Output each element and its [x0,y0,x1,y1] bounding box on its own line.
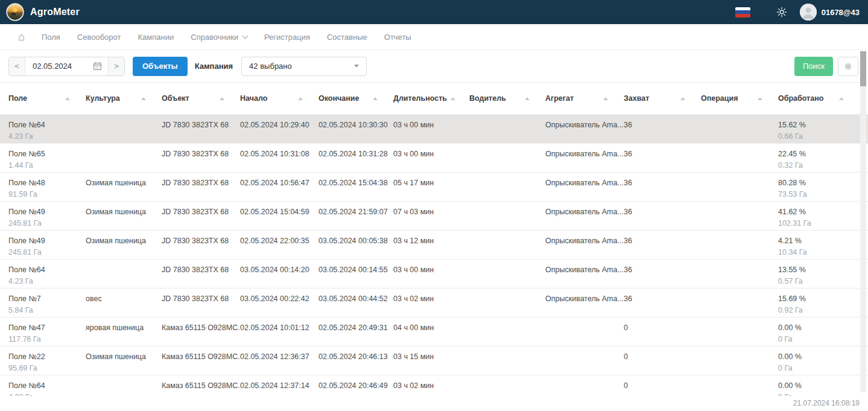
cell-field: Поле №49 245.81 Га [8,235,86,258]
cell-processed: 15.69 % 0.92 Га [778,293,860,316]
vertical-scrollbar[interactable] [860,51,866,392]
calendar-icon[interactable] [93,62,102,71]
table-row[interactable]: Поле №64 4.23 Га JD 7830 3823TX 68 03.05… [0,260,868,288]
cell-operation [701,380,778,396]
app-logo-icon [6,3,24,21]
sort-asc-icon[interactable] [451,97,455,100]
cell-duration: 03 ч 00 мин [393,148,469,171]
cell-driver [469,322,545,345]
sort-asc-icon[interactable] [839,97,844,100]
cell-driver [469,177,545,200]
cell-end: 02.05.2024 15:04:38 [318,177,393,200]
cell-culture [86,148,162,171]
cell-start: 03.05.2024 00:22:42 [240,293,318,316]
column-label: Водитель [469,94,506,103]
cell-culture: Озимая пшеница [86,351,162,374]
cell-duration: 05 ч 17 мин [393,177,469,200]
cell-processed: 15.62 % 0.66 Га [778,119,860,142]
objects-select-dropdown[interactable]: 42 выбрано [241,57,367,76]
app-title: AgroMeter [30,7,80,18]
table-row[interactable]: Поле №49 245.81 Га Озимая пшеница JD 783… [0,202,868,231]
table-row[interactable]: Поле №64 4.23 Га JD 7830 3823TX 68 02.05… [0,115,868,144]
nav-item-reports[interactable]: Отчеты [376,33,420,42]
sort-asc-icon[interactable] [525,97,530,100]
column-header-duration[interactable]: Длительность [393,94,469,103]
cell-operation [701,351,778,374]
cell-start: 02.05.2024 15:04:59 [240,206,318,229]
toolbar: < 02.05.2024 > Объекты Кампания [0,50,868,83]
cell-driver [469,264,545,287]
objects-tab-button[interactable]: Объекты [133,57,188,76]
date-prev-button[interactable]: < [9,57,25,75]
column-header-capture[interactable]: Захват [624,94,701,103]
sort-asc-icon[interactable] [373,97,378,100]
cell-start: 02.05.2024 10:31:08 [240,148,318,171]
sort-asc-icon[interactable] [298,97,303,100]
sort-asc-icon[interactable] [141,97,146,100]
table-settings-button[interactable] [838,57,858,76]
table-row[interactable]: Поле №49 245.81 Га Озимая пшеница JD 783… [0,231,868,260]
cell-end: 02.05.2024 21:59:07 [318,206,393,229]
cell-operation [701,148,778,171]
cell-end: 02.05.2024 10:31:28 [318,148,393,171]
table-row[interactable]: Поле №48 91.59 Га Озимая пшеница JD 7830… [0,173,868,202]
user-id[interactable]: 01678@43 [822,8,860,17]
cell-driver [469,206,545,229]
cell-processed: 22.45 % 0.32 Га [778,148,860,171]
user-avatar[interactable] [800,4,817,21]
date-input[interactable]: 02.05.2024 [25,57,108,75]
table-row[interactable]: Поле №64 4.23 Га Камаз 65115 О928МС... 0… [0,375,868,396]
nav-item-composites[interactable]: Составные [318,33,376,42]
search-button[interactable]: Поиск [794,57,833,76]
table-row[interactable]: Поле №47 117.76 Га яровая пшеница Камаз … [0,317,868,346]
column-header-driver[interactable]: Водитель [469,94,545,103]
nav-item-registration[interactable]: Регистрация [256,33,318,42]
cell-aggregate [545,322,624,345]
logo-wrap: AgroMeter [6,3,80,21]
chevron-down-icon [242,33,248,39]
column-header-operation[interactable]: Операция [701,94,778,103]
cell-operation [701,264,778,287]
cell-processed: 13.55 % 0.57 Га [778,264,860,287]
column-header-aggregate[interactable]: Агрегат [545,94,624,103]
table-row[interactable]: Поле №65 1.44 Га JD 7830 3823TX 68 02.05… [0,144,868,173]
nav-item-crop-rotation[interactable]: Севооборот [69,33,130,42]
column-header-start[interactable]: Начало [240,94,318,103]
language-flag-icon[interactable] [735,7,750,18]
sort-asc-icon[interactable] [65,97,70,100]
cell-processed: 4.21 % 10.34 Га [778,235,860,258]
cell-culture: Озимая пшеница [86,235,162,258]
cell-processed: 41.62 % 102.31 Га [778,206,860,229]
sort-asc-icon[interactable] [680,97,685,100]
chevron-down-icon [354,65,359,68]
nav-item-directories[interactable]: Справочники [182,33,256,42]
header-right: 01678@43 [735,4,860,21]
sort-asc-icon[interactable] [220,97,224,100]
campaign-tab[interactable]: Кампания [195,62,233,71]
cell-capture: 36 [624,206,701,229]
footer: 21.07.2024 16:08:19 [0,396,868,411]
column-header-culture[interactable]: Культура [86,94,162,103]
cell-object: Камаз 65115 О928МС... [162,351,240,374]
column-header-object[interactable]: Объект [162,94,240,103]
cell-operation [701,206,778,229]
cell-operation [701,119,778,142]
cell-capture: 36 [624,177,701,200]
nav-item-fields[interactable]: Поля [33,33,69,42]
table-row[interactable]: Поле №22 95.69 Га Озимая пшеница Камаз 6… [0,346,868,375]
cell-duration: 04 ч 00 мин [393,322,469,345]
cell-object: JD 7830 3823TX 68 [162,264,240,287]
column-header-processed[interactable]: Обработано [778,94,860,103]
sort-asc-icon[interactable] [603,97,608,100]
settings-gear-icon[interactable] [776,6,788,18]
table-row[interactable]: Поле №7 5.84 Га овес JD 7830 3823TX 68 0… [0,288,868,317]
date-next-button[interactable]: > [108,57,124,75]
cell-field: Поле №64 4.23 Га [8,264,86,287]
nav-item-campaigns[interactable]: Кампании [129,33,182,42]
cell-aggregate: Опрыскиватель Ama... [545,119,624,142]
sort-asc-icon[interactable] [758,97,762,100]
scrollbar-thumb[interactable] [860,51,866,86]
column-header-field[interactable]: Поле [8,94,86,103]
home-icon[interactable]: ⌂ [18,31,25,42]
column-header-end[interactable]: Окончание [318,94,393,103]
